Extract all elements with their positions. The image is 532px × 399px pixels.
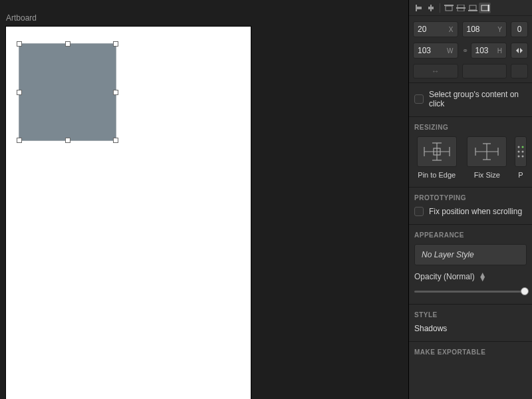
pin-to-edge-icon: [417, 136, 457, 167]
svg-point-26: [522, 146, 524, 148]
transform-field-3[interactable]: [511, 64, 528, 78]
opacity-label: Opacity (Normal): [414, 272, 475, 281]
y-value: 108: [467, 25, 480, 34]
pin-to-edge-label: Pin to Edge: [418, 171, 456, 179]
layer-style-value: No Layer Style: [422, 250, 474, 259]
artboard-label: Artboard: [6, 13, 37, 23]
inspector-panel: 20X 108Y 0 103W ⚭ 103H ↔ Select group's …: [408, 0, 532, 399]
export-title: MAKE EXPORTABLE: [414, 348, 527, 356]
rotation-field[interactable]: 0: [511, 21, 528, 37]
svg-rect-11: [481, 5, 488, 11]
svg-rect-9: [469, 5, 476, 10]
style-title: STYLE: [414, 311, 527, 319]
geometry-fields: 20X 108Y 0 103W ⚭ 103H ↔: [409, 16, 532, 82]
canvas-area[interactable]: Artboard: [0, 0, 408, 399]
svg-rect-3: [428, 7, 434, 9]
export-section[interactable]: MAKE EXPORTABLE: [409, 341, 532, 364]
y-field[interactable]: 108Y: [462, 21, 507, 37]
prototyping-section: PROTOTYPING Fix position when scrolling: [409, 187, 532, 224]
align-vcenter-icon[interactable]: [455, 3, 467, 13]
resizing-section: RESIZING Pin to Edge Fix Size: [409, 116, 532, 187]
w-field[interactable]: 103W: [413, 43, 458, 59]
fix-size-label: Fix Size: [474, 171, 500, 179]
svg-point-29: [518, 156, 520, 158]
selected-rectangle[interactable]: [19, 44, 116, 140]
rotation-value: 0: [517, 25, 522, 34]
select-group-content-checkbox[interactable]: Select group's content on click: [414, 90, 527, 108]
pin-to-edge-button[interactable]: Pin to Edge: [414, 136, 460, 179]
svg-point-30: [522, 156, 524, 158]
x-field[interactable]: 20X: [413, 21, 458, 37]
shadows-label: Shadows: [414, 324, 447, 333]
shadows-row[interactable]: Shadows: [414, 324, 527, 333]
x-unit: X: [449, 26, 454, 33]
svg-point-25: [518, 146, 520, 148]
h-unit: H: [497, 47, 502, 55]
fix-size-button[interactable]: Fix Size: [465, 136, 510, 179]
align-left-icon[interactable]: [413, 3, 425, 13]
transform-field-1[interactable]: ↔: [413, 64, 458, 78]
style-section: STYLE Shadows: [409, 304, 532, 341]
transform-field-2[interactable]: [462, 64, 507, 78]
slider-thumb[interactable]: [521, 287, 529, 295]
resize-third-button[interactable]: P: [515, 136, 527, 179]
h-field[interactable]: 103H: [471, 43, 507, 59]
group-click-section: Select group's content on click: [409, 82, 532, 116]
layer-style-dropdown[interactable]: No Layer Style: [414, 244, 527, 265]
appearance-title: APPEARANCE: [414, 231, 527, 239]
fix-position-checkbox[interactable]: Fix position when scrolling: [414, 207, 527, 216]
svg-rect-5: [446, 6, 452, 11]
x-value: 20: [418, 25, 426, 34]
checkbox-icon: [414, 207, 424, 216]
y-unit: Y: [497, 26, 502, 33]
w-unit: W: [447, 47, 453, 55]
resizing-title: RESIZING: [414, 124, 527, 131]
select-group-content-label: Select group's content on click: [429, 90, 527, 108]
w-value: 103: [418, 46, 431, 55]
lock-aspect-icon[interactable]: ⚭: [462, 47, 468, 55]
opacity-slider[interactable]: [414, 287, 527, 296]
resize-grid-icon: [515, 136, 527, 167]
align-top-icon[interactable]: [443, 3, 455, 13]
alignment-toolbar: [409, 0, 532, 16]
fix-position-label: Fix position when scrolling: [429, 207, 522, 216]
align-right-icon[interactable]: [479, 3, 491, 13]
opacity-control[interactable]: Opacity (Normal) ▲▼: [414, 272, 527, 281]
prototyping-title: PROTOTYPING: [414, 194, 527, 201]
flip-h-button[interactable]: [511, 43, 528, 59]
svg-point-28: [522, 151, 524, 153]
svg-point-27: [518, 151, 520, 153]
appearance-section: APPEARANCE No Layer Style Opacity (Norma…: [409, 224, 532, 304]
artboard[interactable]: [6, 27, 251, 399]
h-value: 103: [475, 46, 489, 55]
resize-third-label: P: [518, 171, 523, 179]
slider-track: [414, 291, 527, 293]
svg-rect-1: [416, 7, 422, 9]
checkbox-icon: [414, 94, 424, 104]
stepper-icon[interactable]: ▲▼: [479, 273, 487, 281]
align-bottom-icon[interactable]: [467, 3, 479, 13]
fix-size-icon: [467, 136, 507, 167]
align-hcenter-icon[interactable]: [425, 3, 437, 13]
